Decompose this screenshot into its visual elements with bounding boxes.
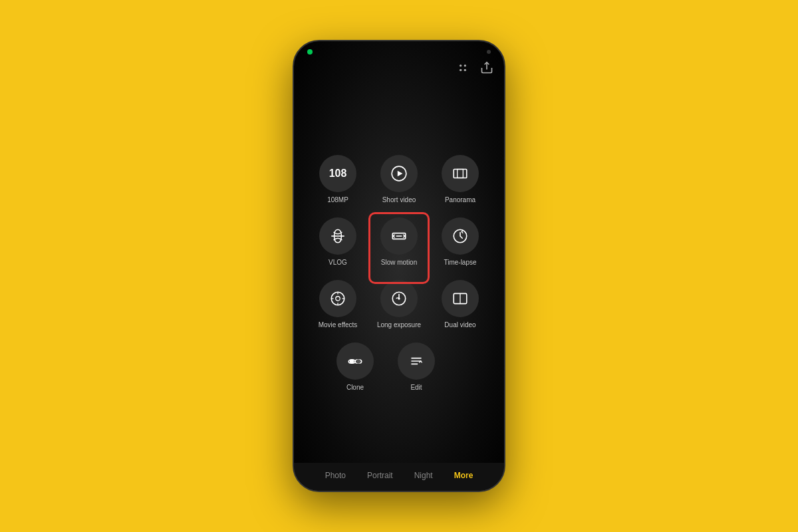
dual-video-icon <box>442 280 479 317</box>
svg-point-19 <box>398 297 400 299</box>
svg-point-13 <box>336 296 340 301</box>
grid-row-3: Movie effects Long exposure <box>307 280 491 329</box>
svg-point-25 <box>356 359 361 364</box>
camera-indicator <box>487 50 491 54</box>
status-indicator <box>307 49 313 55</box>
mode-panorama[interactable]: Panorama <box>436 155 484 204</box>
nav-night[interactable]: Night <box>412 469 436 481</box>
phone-frame: 108 108MP Short video <box>293 40 505 492</box>
mode-edit[interactable]: Edit <box>392 342 440 392</box>
svg-point-2 <box>460 69 462 71</box>
grid-row-1: 108 108MP Short video <box>307 155 491 204</box>
share-icon[interactable] <box>480 61 493 78</box>
svg-point-0 <box>460 65 462 66</box>
grid-row-4: Clone Edit <box>307 342 491 392</box>
time-lapse-label: Time-lapse <box>444 259 476 267</box>
panorama-icon <box>442 155 479 192</box>
panorama-label: Panorama <box>445 196 475 204</box>
grid-row-2: VLOG Slow motion <box>307 217 491 267</box>
108mp-label: 108MP <box>327 196 348 204</box>
mode-slow-motion-wrapper[interactable]: Slow motion <box>375 217 423 267</box>
top-toolbar <box>294 59 504 83</box>
movie-effects-label: Movie effects <box>319 321 358 329</box>
edit-label: Edit <box>410 384 422 392</box>
grid-icon[interactable] <box>456 61 469 78</box>
dual-video-label: Dual video <box>444 321 475 329</box>
svg-rect-7 <box>454 169 467 178</box>
svg-point-1 <box>464 65 466 66</box>
slow-motion-label: Slow motion <box>381 259 417 267</box>
mode-dual-video[interactable]: Dual video <box>436 280 484 329</box>
phone-screen: 108 108MP Short video <box>294 41 504 491</box>
short-video-icon <box>380 155 418 192</box>
nav-photo[interactable]: Photo <box>323 469 348 481</box>
time-lapse-icon <box>442 217 479 255</box>
long-exposure-label: Long exposure <box>377 321 421 329</box>
mode-time-lapse[interactable]: Time-lapse <box>436 217 484 267</box>
svg-point-3 <box>464 69 466 71</box>
mode-vlog[interactable]: VLOG <box>314 217 362 267</box>
slow-motion-icon <box>380 217 418 255</box>
mode-long-exposure[interactable]: Long exposure <box>375 280 423 329</box>
clone-icon <box>336 342 374 380</box>
clone-label: Clone <box>346 384 364 392</box>
long-exposure-icon <box>380 280 418 317</box>
108mp-icon: 108 <box>319 155 356 192</box>
mode-108mp[interactable]: 108 108MP <box>314 155 362 204</box>
svg-marker-6 <box>398 170 403 176</box>
mode-short-video[interactable]: Short video <box>375 155 423 204</box>
vlog-label: VLOG <box>329 259 347 267</box>
svg-rect-8 <box>458 169 464 178</box>
status-bar <box>294 41 504 59</box>
nav-portrait[interactable]: Portrait <box>364 469 396 481</box>
mode-movie-effects[interactable]: Movie effects <box>314 280 362 329</box>
mode-clone[interactable]: Clone <box>331 342 379 392</box>
vlog-icon <box>319 217 356 255</box>
svg-point-23 <box>350 359 354 364</box>
movie-effects-icon <box>319 280 356 317</box>
edit-icon <box>398 342 435 380</box>
nav-more[interactable]: More <box>452 469 476 481</box>
bottom-navigation: Photo Portrait Night More <box>294 463 504 491</box>
modes-grid: 108 108MP Short video <box>294 83 504 463</box>
short-video-label: Short video <box>382 196 416 204</box>
